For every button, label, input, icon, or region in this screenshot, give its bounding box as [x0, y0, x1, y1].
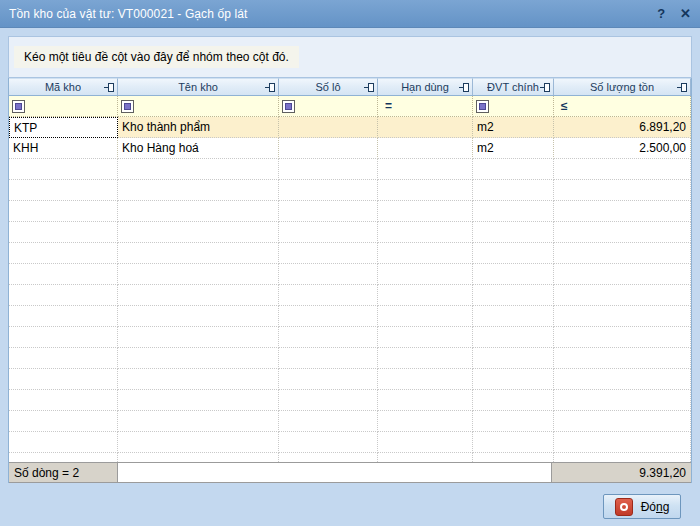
- pin-icon[interactable]: [265, 83, 275, 92]
- filter-cell-1[interactable]: [118, 96, 279, 117]
- empty-cell: [9, 453, 118, 462]
- empty-cell: [554, 159, 691, 180]
- empty-cell: [378, 369, 473, 390]
- empty-cell: [279, 432, 378, 453]
- close-button[interactable]: Đóng: [603, 494, 681, 519]
- cell[interactable]: [279, 138, 378, 159]
- cell[interactable]: 2.500,00: [554, 138, 691, 159]
- empty-cell: [378, 306, 473, 327]
- empty-row: [9, 222, 691, 243]
- empty-cell: [9, 180, 118, 201]
- row-count-cell: Số dòng = 2: [9, 463, 118, 482]
- pin-icon[interactable]: [104, 83, 114, 92]
- pin-icon[interactable]: [540, 83, 550, 92]
- empty-cell: [378, 243, 473, 264]
- empty-cell: [118, 453, 279, 462]
- empty-cell: [118, 222, 279, 243]
- grid-filter-row: =≤: [9, 96, 691, 117]
- dialog-window: Tồn kho của vật tư: VT000021 - Gạch ốp l…: [0, 0, 700, 526]
- empty-cell: [118, 264, 279, 285]
- table-row[interactable]: KTPKho thành phẩmm26.891,20: [9, 117, 691, 138]
- empty-cell: [473, 390, 554, 411]
- empty-cell: [279, 264, 378, 285]
- filter-cell-3[interactable]: =: [378, 96, 473, 117]
- empty-row: [9, 264, 691, 285]
- column-header-4[interactable]: ĐVT chính: [473, 78, 554, 96]
- empty-row: [9, 243, 691, 264]
- empty-cell: [118, 327, 279, 348]
- close-window-button[interactable]: ✕: [680, 7, 691, 20]
- cell[interactable]: [378, 117, 473, 138]
- title-bar[interactable]: Tồn kho của vật tư: VT000021 - Gạch ốp l…: [0, 0, 700, 28]
- empty-cell: [473, 432, 554, 453]
- filter-cell-2[interactable]: [279, 96, 378, 117]
- table-row[interactable]: KHHKho Hàng hoám22.500,00: [9, 138, 691, 159]
- empty-row: [9, 453, 691, 462]
- titlebar-buttons: ? ✕: [657, 7, 691, 20]
- dialog-body: Kéo một tiêu đề cột vào đây để nhóm theo…: [0, 28, 700, 526]
- column-header-3[interactable]: Hạn dùng: [378, 78, 473, 96]
- empty-cell: [279, 327, 378, 348]
- cell[interactable]: Kho Hàng hoá: [118, 138, 279, 159]
- column-header-1[interactable]: Tên kho: [118, 78, 279, 96]
- group-by-panel[interactable]: Kéo một tiêu đề cột vào đây để nhóm theo…: [8, 36, 692, 78]
- cell[interactable]: [279, 117, 378, 138]
- column-header-5[interactable]: Số lượng tồn: [554, 78, 691, 96]
- empty-cell: [9, 264, 118, 285]
- pin-icon[interactable]: [677, 83, 687, 92]
- empty-cell: [473, 306, 554, 327]
- filter-box-inner: [124, 103, 131, 110]
- filter-cell-5[interactable]: ≤: [554, 96, 691, 117]
- filter-cell-4[interactable]: [473, 96, 554, 117]
- cell[interactable]: 6.891,20: [554, 117, 691, 138]
- empty-row: [9, 411, 691, 432]
- empty-cell: [378, 201, 473, 222]
- grid-footer: Số dòng = 2 9.391,20: [9, 462, 691, 483]
- empty-cell: [9, 159, 118, 180]
- empty-cell: [554, 348, 691, 369]
- cell[interactable]: [378, 138, 473, 159]
- filter-box-icon[interactable]: [12, 100, 25, 113]
- help-button[interactable]: ?: [657, 7, 665, 20]
- filter-cell-0[interactable]: [9, 96, 118, 117]
- empty-cell: [554, 327, 691, 348]
- empty-cell: [554, 180, 691, 201]
- filter-operator-icon[interactable]: =: [385, 99, 392, 113]
- cell[interactable]: KHH: [9, 138, 118, 159]
- filter-box-icon[interactable]: [282, 100, 295, 113]
- footer-spacer: [118, 463, 552, 482]
- empty-cell: [473, 159, 554, 180]
- column-header-label: Số lô: [315, 81, 340, 93]
- empty-cell: [279, 411, 378, 432]
- empty-row: [9, 348, 691, 369]
- filter-operator-icon[interactable]: ≤: [561, 99, 568, 113]
- filter-box-icon[interactable]: [121, 100, 134, 113]
- cell[interactable]: m2: [473, 138, 554, 159]
- empty-cell: [554, 411, 691, 432]
- column-header-label: Hạn dùng: [401, 81, 449, 93]
- empty-cell: [9, 369, 118, 390]
- filter-box-icon[interactable]: [476, 100, 489, 113]
- column-header-0[interactable]: Mã kho: [9, 78, 118, 96]
- empty-cell: [473, 222, 554, 243]
- column-header-2[interactable]: Số lô: [279, 78, 378, 96]
- empty-cell: [118, 432, 279, 453]
- empty-cell: [9, 432, 118, 453]
- empty-cell: [279, 348, 378, 369]
- inventory-grid: Mã khoTên khoSố lôHạn dùngĐVT chínhSố lư…: [8, 78, 692, 483]
- cell[interactable]: Kho thành phẩm: [118, 117, 279, 138]
- empty-cell: [279, 453, 378, 462]
- empty-cell: [118, 369, 279, 390]
- empty-cell: [118, 348, 279, 369]
- cell[interactable]: m2: [473, 117, 554, 138]
- pin-icon[interactable]: [364, 83, 374, 92]
- empty-cell: [279, 201, 378, 222]
- empty-cell: [279, 285, 378, 306]
- column-header-label: Số lượng tồn: [590, 81, 654, 93]
- empty-cell: [378, 411, 473, 432]
- empty-cell: [473, 243, 554, 264]
- empty-cell: [279, 306, 378, 327]
- pin-icon[interactable]: [459, 83, 469, 92]
- cell[interactable]: KTP: [9, 117, 118, 138]
- empty-cell: [378, 222, 473, 243]
